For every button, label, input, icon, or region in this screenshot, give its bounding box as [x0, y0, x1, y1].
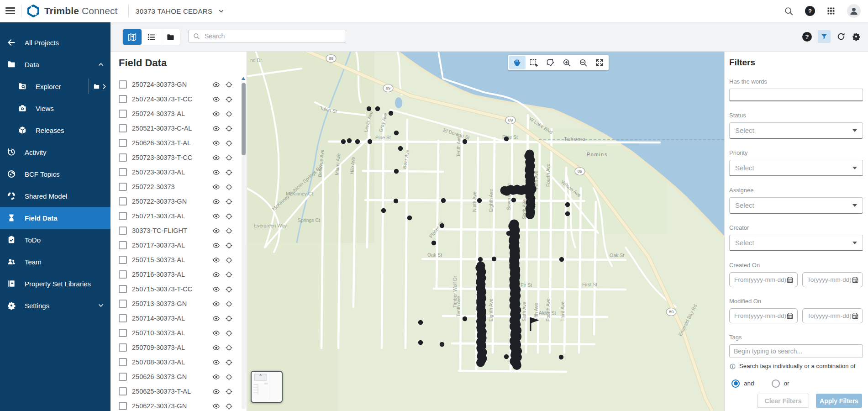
row-checkbox[interactable] [119, 314, 127, 322]
field-data-row[interactable]: 250714-30373-AL [110, 311, 247, 326]
scrollbar-up-arrow[interactable] [242, 77, 245, 80]
field-data-row[interactable]: 250723-30373-AL [110, 165, 247, 179]
search-input[interactable] [204, 32, 342, 40]
field-data-row[interactable]: 250626-30373-GN [110, 369, 247, 384]
search-icon[interactable] [784, 6, 794, 16]
crosshair-icon[interactable] [225, 154, 233, 162]
row-checkbox[interactable] [119, 402, 127, 410]
sidebar-item-property-set-libraries[interactable]: Property Set Libraries [0, 273, 110, 295]
eye-icon[interactable] [212, 300, 220, 308]
crosshair-icon[interactable] [225, 95, 233, 103]
field-data-row[interactable]: 250715-30373-T-CC [110, 282, 247, 296]
field-data-row[interactable]: 250717-30373-AL [110, 238, 247, 253]
project-selector[interactable]: 30373 TAHOE CEDARS [136, 0, 225, 22]
field-data-row[interactable]: 30373-TC-FLIGHT [110, 223, 247, 238]
creator-select[interactable]: Select [729, 235, 863, 251]
row-checkbox[interactable] [119, 95, 127, 103]
row-checkbox[interactable] [119, 110, 127, 118]
crosshair-icon[interactable] [225, 329, 233, 337]
field-data-row[interactable]: 250724-30373-AL [110, 106, 247, 121]
user-avatar-icon[interactable] [847, 4, 861, 18]
row-checkbox[interactable] [119, 358, 127, 366]
refresh-icon[interactable] [836, 32, 846, 41]
settings-gear-icon[interactable] [852, 32, 861, 41]
field-data-row[interactable]: 250721-30373-AL [110, 209, 247, 223]
status-select[interactable]: Select [729, 122, 863, 139]
tags-or-radio[interactable]: or [772, 379, 789, 388]
row-checkbox[interactable] [119, 300, 127, 308]
sidebar-item-explorer[interactable]: Explorer [0, 75, 110, 97]
minimap-overview[interactable] [251, 371, 283, 403]
eye-icon[interactable] [212, 285, 220, 293]
eye-icon[interactable] [212, 242, 220, 249]
sidebar-item-activity[interactable]: Activity [0, 141, 110, 163]
sidebar-item-releases[interactable]: Releases [0, 119, 110, 141]
field-data-row[interactable]: 250716-30373-AL [110, 267, 247, 282]
sidebar-item-all-projects[interactable]: All Projects [0, 32, 110, 53]
row-checkbox[interactable] [119, 197, 127, 206]
calendar-icon[interactable] [786, 276, 794, 284]
has-words-input[interactable] [729, 89, 863, 101]
sidebar-item-views[interactable]: Views [0, 97, 110, 119]
row-checkbox[interactable] [119, 285, 127, 293]
trimble-connect-logo[interactable]: Trimble Connect [26, 0, 117, 22]
crosshair-icon[interactable] [225, 169, 233, 176]
row-checkbox[interactable] [119, 168, 127, 176]
crosshair-icon[interactable] [225, 125, 233, 132]
calendar-icon[interactable] [852, 276, 859, 284]
polygon-select-tool[interactable] [542, 56, 558, 69]
sidebar-item-settings[interactable]: Settings [0, 295, 110, 316]
sidebar-item-data[interactable]: Data [0, 53, 110, 75]
eye-icon[interactable] [212, 271, 220, 279]
crosshair-icon[interactable] [225, 110, 233, 118]
eye-icon[interactable] [212, 402, 220, 410]
help-icon[interactable]: ? [805, 6, 815, 16]
tags-input[interactable] [729, 344, 863, 358]
created-from-date-field[interactable]: From(yyyy-mm-dd) [729, 272, 798, 287]
clear-filters-button[interactable]: Clear Filters [757, 394, 809, 408]
pan-hand-tool[interactable] [509, 56, 526, 69]
row-checkbox[interactable] [119, 212, 127, 220]
folder-view-tab[interactable] [161, 29, 180, 45]
eye-icon[interactable] [212, 169, 220, 176]
field-data-row[interactable]: 250710-30373-AL [110, 326, 247, 340]
field-data-row[interactable]: 250724-30373-GN [110, 77, 247, 92]
crosshair-icon[interactable] [225, 198, 233, 206]
field-data-row[interactable]: 250622-30373-GN [110, 399, 247, 411]
explorer-flyout[interactable] [89, 79, 108, 94]
row-checkbox[interactable] [119, 153, 127, 162]
eye-icon[interactable] [212, 95, 220, 103]
field-data-row[interactable]: 250724-30373-T-CC [110, 92, 247, 106]
eye-icon[interactable] [212, 125, 220, 132]
eye-icon[interactable] [212, 183, 220, 191]
field-data-row[interactable]: 250713-30373-GN [110, 296, 247, 311]
eye-icon[interactable] [212, 315, 220, 322]
field-data-row[interactable]: 250723-30373-T-CC [110, 150, 247, 165]
eye-icon[interactable] [212, 81, 220, 89]
crosshair-icon[interactable] [225, 227, 233, 235]
crosshair-icon[interactable] [225, 344, 233, 352]
row-checkbox[interactable] [119, 80, 127, 89]
eye-icon[interactable] [212, 198, 220, 206]
row-checkbox[interactable] [119, 343, 127, 352]
zoom-in-tool[interactable] [558, 56, 575, 69]
row-checkbox[interactable] [119, 183, 127, 191]
scrollbar-thumb[interactable] [242, 83, 246, 155]
crosshair-icon[interactable] [225, 388, 233, 395]
crosshair-icon[interactable] [225, 212, 233, 220]
crosshair-icon[interactable] [225, 81, 233, 89]
chevron-down-icon[interactable] [97, 302, 105, 309]
crosshair-icon[interactable] [225, 315, 233, 322]
field-data-row[interactable]: 250722-30373-GN [110, 194, 247, 209]
priority-select[interactable]: Select [729, 160, 863, 176]
zoom-out-tool[interactable] [575, 56, 591, 69]
crosshair-icon[interactable] [225, 256, 233, 264]
row-checkbox[interactable] [119, 329, 127, 337]
field-data-row[interactable]: 250715-30373-AL [110, 253, 247, 267]
eye-icon[interactable] [212, 227, 220, 235]
crosshair-icon[interactable] [225, 183, 233, 191]
fullscreen-tool[interactable] [591, 56, 608, 69]
sidebar-item-todo[interactable]: ToDo [0, 229, 110, 251]
row-checkbox[interactable] [119, 124, 127, 132]
map-view-tab[interactable] [123, 29, 142, 45]
